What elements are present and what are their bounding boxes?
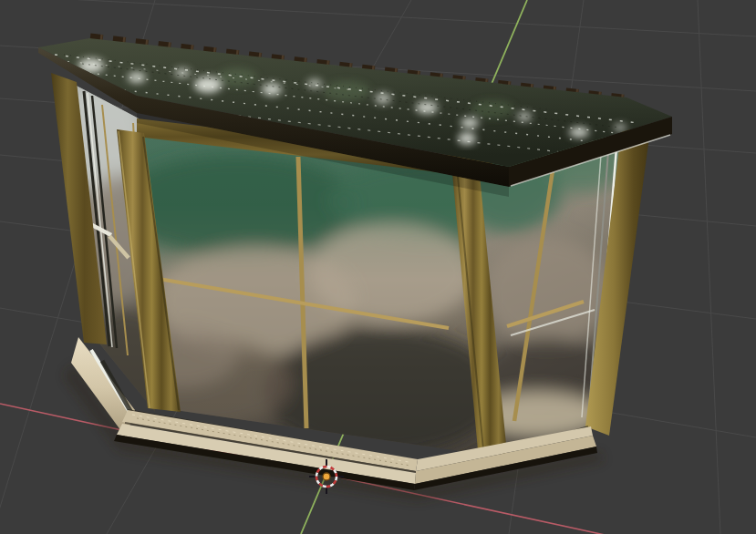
kiosk-model[interactable]: [38, 33, 672, 490]
3d-viewport[interactable]: [0, 0, 756, 534]
object-origin-dot: [323, 473, 330, 480]
fascia-reflection-blob: [458, 132, 476, 145]
viewport-canvas[interactable]: [0, 0, 756, 534]
